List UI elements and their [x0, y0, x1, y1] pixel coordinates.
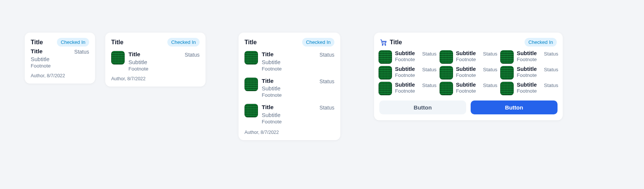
item-subtitle: Subtitle	[456, 66, 480, 72]
author-line: Author, 8/7/2022	[239, 127, 340, 140]
primary-button[interactable]: Button	[471, 100, 558, 114]
cart-icon	[380, 39, 387, 46]
item-footnote: Footnote	[517, 88, 541, 94]
thumbnail-image	[111, 51, 125, 64]
item-subtitle: Subtitle	[128, 59, 181, 65]
item-footnote: Footnote	[262, 119, 316, 124]
list-item[interactable]: TitleSubtitleFootnoteStatus	[239, 49, 340, 74]
card-header: Title Checked In	[25, 33, 95, 47]
thumbnail-image	[379, 66, 392, 80]
item-subtitle: Subtitle	[262, 85, 316, 92]
item-footnote: Footnote	[395, 57, 419, 62]
card-list: Title Checked In TitleSubtitleFootnoteSt…	[239, 33, 340, 140]
card-title: Title	[111, 39, 124, 46]
item-footnote: Footnote	[262, 92, 316, 98]
item-footnote: Footnote	[517, 57, 541, 62]
status-badge: Checked In	[302, 38, 334, 46]
item-status: Status	[185, 52, 200, 58]
item-status: Status	[422, 51, 436, 57]
grid-item[interactable]: SubtitleFootnoteStatus	[440, 66, 498, 80]
thumbnail-image	[244, 51, 258, 64]
item-footnote: Footnote	[128, 66, 181, 72]
item-footnote: Footnote	[31, 63, 70, 69]
thumbnail-image	[244, 78, 258, 91]
card-grid-with-actions: Title Checked In SubtitleFootnoteStatusS…	[374, 33, 563, 120]
item-status: Status	[422, 67, 436, 72]
thumbnail-image	[500, 50, 514, 64]
card-title: Title	[244, 39, 257, 46]
thumbnail-image	[440, 66, 453, 80]
item-status: Status	[319, 78, 334, 84]
item-title: Title	[31, 48, 70, 55]
item-footnote: Footnote	[395, 72, 419, 78]
item-title: Title	[262, 104, 316, 111]
item-subtitle: Subtitle	[517, 50, 541, 56]
item-subtitle: Subtitle	[31, 56, 70, 62]
card-header: Title Checked In	[374, 33, 563, 49]
card-title-text: Title	[390, 39, 402, 46]
item-subtitle: Subtitle	[395, 66, 419, 72]
thumbnail-image	[500, 66, 514, 80]
svg-point-0	[382, 44, 383, 45]
item-status: Status	[483, 67, 497, 72]
button-row: Button Button	[374, 98, 563, 120]
item-subtitle: Subtitle	[262, 112, 316, 118]
thumbnail-image	[500, 82, 514, 95]
card-title: Title	[31, 39, 43, 46]
grid-item[interactable]: SubtitleFootnoteStatus	[500, 82, 558, 95]
item-subtitle: Subtitle	[517, 66, 541, 72]
item-status: Status	[319, 105, 334, 111]
item-status: Status	[544, 67, 558, 72]
item-subtitle: Subtitle	[456, 82, 480, 88]
item-footnote: Footnote	[456, 72, 480, 78]
grid-item[interactable]: SubtitleFootnoteStatus	[500, 66, 558, 80]
item-status: Status	[422, 82, 436, 88]
card-simple: Title Checked In Title Subtitle Footnote…	[25, 33, 95, 84]
thumbnail-image	[379, 50, 392, 64]
item-status: Status	[544, 51, 558, 57]
thumbnail-image	[440, 50, 453, 64]
svg-point-1	[385, 44, 386, 45]
item-subtitle: Subtitle	[262, 59, 316, 65]
status-badge: Checked In	[167, 38, 200, 46]
item-footnote: Footnote	[456, 88, 480, 94]
item-footnote: Footnote	[456, 57, 480, 62]
status-badge: Checked In	[57, 38, 89, 46]
item-footnote: Footnote	[517, 72, 541, 78]
thumbnail-image	[440, 82, 453, 95]
thumbnail-image	[379, 82, 392, 95]
author-line: Author, 8/7/2022	[25, 71, 95, 84]
thumbnail-image	[244, 104, 258, 117]
status-badge: Checked In	[525, 38, 557, 46]
item-subtitle: Subtitle	[395, 82, 419, 88]
item-title: Title	[262, 51, 316, 58]
item-status: Status	[483, 51, 497, 57]
card-header: Title Checked In	[239, 33, 340, 49]
grid-item[interactable]: SubtitleFootnoteStatus	[500, 50, 558, 64]
card-with-thumb: Title Checked In Title Subtitle Footnote…	[105, 33, 206, 87]
item-status: Status	[544, 82, 558, 88]
card-header: Title Checked In	[105, 33, 206, 49]
secondary-button[interactable]: Button	[379, 100, 466, 114]
list-item[interactable]: Title Subtitle Footnote Status	[105, 49, 206, 74]
grid-item[interactable]: SubtitleFootnoteStatus	[440, 82, 498, 95]
list-item[interactable]: TitleSubtitleFootnoteStatus	[239, 102, 340, 127]
item-subtitle: Subtitle	[395, 50, 419, 56]
item-status: Status	[319, 52, 334, 58]
grid-item[interactable]: SubtitleFootnoteStatus	[440, 50, 498, 64]
grid-item[interactable]: SubtitleFootnoteStatus	[379, 82, 437, 95]
author-line: Author, 8/7/2022	[105, 74, 206, 87]
item-status: Status	[483, 82, 497, 88]
list-item[interactable]: TitleSubtitleFootnoteStatus	[239, 75, 340, 100]
grid-item[interactable]: SubtitleFootnoteStatus	[379, 66, 437, 80]
item-footnote: Footnote	[262, 66, 316, 72]
list-item[interactable]: Title Subtitle Footnote Status	[25, 47, 95, 71]
grid-item[interactable]: SubtitleFootnoteStatus	[379, 50, 437, 64]
item-title: Title	[262, 78, 316, 85]
item-footnote: Footnote	[395, 88, 419, 94]
item-status: Status	[74, 49, 89, 55]
item-subtitle: Subtitle	[517, 82, 541, 88]
item-subtitle: Subtitle	[456, 50, 480, 56]
item-title: Title	[128, 51, 181, 58]
